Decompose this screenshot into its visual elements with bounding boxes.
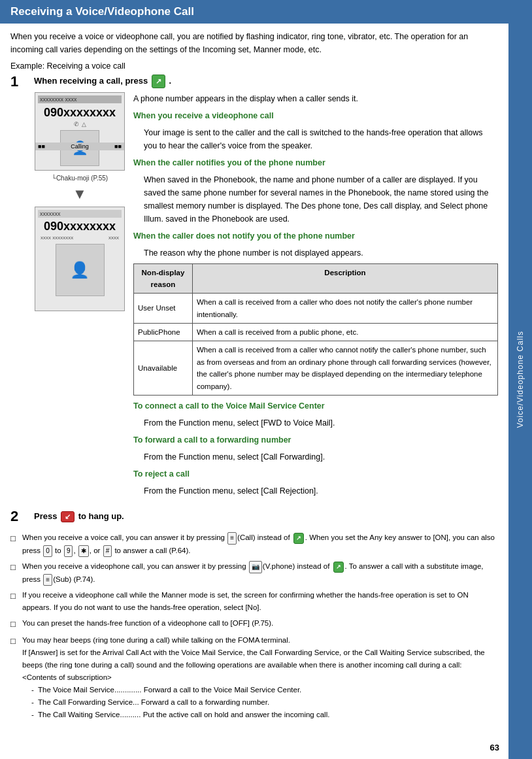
call-key-green-small2: ↗ <box>333 562 344 573</box>
note-3: □ If you receive a videophone call while… <box>10 589 498 614</box>
actions-section: To connect a call to the Voice Mail Serv… <box>133 399 498 498</box>
call-key-green-small: ↗ <box>293 533 304 544</box>
calling-text: Calling <box>71 143 89 150</box>
example-label: Example: Receiving a voice call <box>10 61 498 71</box>
end-key-icon: ↙ <box>61 511 75 522</box>
table-row: User UnsetWhen a call is received from a… <box>134 294 498 324</box>
chaku-label: └Chaku-moji (P.55) <box>52 175 108 182</box>
sidebar-label: Voice/Videophone Calls <box>516 331 525 428</box>
calling-right: ■■ <box>114 143 122 150</box>
calling-bar: ■■ Calling ■■ <box>35 143 124 150</box>
table-row: PublicPhoneWhen a call is received from … <box>134 324 498 341</box>
action-voicemail-heading: To connect a call to the Voice Mail Serv… <box>133 399 498 413</box>
table-cell-description: When a call is received from a public ph… <box>192 324 497 341</box>
note-1: □ When you receive a voice call, you can… <box>10 531 498 557</box>
step-2: 2 Press ↙ to hang up. <box>10 508 498 525</box>
step-1-title: When receiving a call, press ↗ . <box>34 75 498 88</box>
note-1-bullet: □ <box>10 531 18 557</box>
table-col1: Non-display reason <box>134 263 193 294</box>
note-4-text: You can preset the hands-free function o… <box>22 617 498 631</box>
desc-main: A phone number appears in the display wh… <box>133 92 498 105</box>
note-4: □ You can preset the hands-free function… <box>10 617 498 631</box>
section-videophone-heading: When you receive a videophone call <box>133 109 498 122</box>
action-voicemail-text: From the Function menu, select [FWD to V… <box>144 416 498 430</box>
note-2-text: When you receive a videophone call, you … <box>22 560 498 586</box>
table-cell-description: When a call is received from a caller wh… <box>192 341 497 396</box>
note-3-text: If you receive a videophone call while t… <box>22 589 498 614</box>
status-right: xxxx <box>108 235 119 241</box>
note-1-text: When you receive a voice call, you can a… <box>22 531 498 557</box>
note-5-sub-1: - The Voice Mail Service............. Fo… <box>31 686 301 694</box>
step-1-body: xxxxxxxx xxxx 090xxxxxxxx ✆ △ 👤 ■■ Calli… <box>34 92 498 502</box>
header-bar: Receiving a Voice/Videophone Call <box>0 0 532 24</box>
action-reject-text: From the Function menu, select [Call Rej… <box>144 484 498 498</box>
phone-screen-1: xxxxxxxx xxxx 090xxxxxxxx ✆ △ 👤 ■■ Calli… <box>35 92 125 171</box>
note-4-bullet: □ <box>10 617 18 631</box>
step-2-number: 2 <box>10 508 30 525</box>
phone-avatar-2: 👤 <box>56 244 105 296</box>
note-3-bullet: □ <box>10 589 18 614</box>
action-reject-heading: To reject a call <box>133 467 498 481</box>
sidebar: Voice/Videophone Calls <box>508 0 532 759</box>
step-1-title-prefix: When receiving a call, press <box>34 76 148 86</box>
section-videophone-text: Your image is sent to the caller and the… <box>144 126 498 152</box>
table-col2: Description <box>192 263 497 294</box>
action-forward-heading: To forward a call to a forwarding number <box>133 433 498 447</box>
key-9: 9 <box>64 545 73 558</box>
note-5-text: You may hear beeps (ring tone during a c… <box>22 634 498 721</box>
intro-text: When you receive a voice or videophone c… <box>10 30 498 56</box>
section-nonotify-heading: When the caller does not notify you of t… <box>133 229 498 243</box>
key-0: 0 <box>43 545 52 558</box>
non-display-table: Non-display reason Description User Unse… <box>133 263 498 396</box>
arrow-down-icon: ▼ <box>73 186 87 203</box>
page-title: Receiving a Voice/Videophone Call <box>10 5 194 18</box>
phone-topbar-2-text: xxxxxxx <box>40 211 61 217</box>
step-1: 1 When receiving a call, press ↗ . xxxxx… <box>10 75 498 501</box>
sub-key: ≡ <box>43 574 52 586</box>
key-hash: # <box>103 545 112 558</box>
phone-number-1: 090xxxxxxxx <box>44 106 116 120</box>
phone-topbar-1: xxxxxxxx xxxx <box>38 95 122 103</box>
section-nonotify-text: The reason why the phone number is not d… <box>144 246 498 260</box>
action-forward-text: From the Function menu, select [Call For… <box>144 450 498 464</box>
call-key-small: ≡ <box>227 532 237 545</box>
phone-icon-2: △ <box>82 121 86 127</box>
phone-images: xxxxxxxx xxxx 090xxxxxxxx ✆ △ 👤 ■■ Calli… <box>34 92 125 311</box>
table-cell-reason: PublicPhone <box>134 324 193 341</box>
call-key-icon: ↗ <box>152 75 165 88</box>
key-star: ✱ <box>78 545 89 558</box>
note-5-sub-3: - The Call Waiting Service.......... Put… <box>31 711 329 718</box>
section-notify-text: When saved in the Phonebook, the name an… <box>144 173 498 226</box>
note-5: □ You may hear beeps (ring tone during a… <box>10 634 498 721</box>
note-2: □ When you receive a videophone call, yo… <box>10 560 498 586</box>
step-1-description: A phone number appears in the display wh… <box>133 92 498 502</box>
calling-label: ■■ <box>38 143 45 150</box>
phone-screen-2: xxxxxxx 090xxxxxxxx xxxx xxxxxxxx xxxx 👤 <box>35 207 125 311</box>
page-number: 63 <box>490 743 499 752</box>
phone-number-2: 090xxxxxxxx <box>44 220 116 233</box>
note-5-sub-2: - The Call Forwarding Service... Forward… <box>31 698 269 706</box>
table-cell-reason: Unavailable <box>134 341 193 396</box>
phone-status-row: xxxx xxxxxxxx xxxx <box>38 234 122 241</box>
table-cell-description: When a call is received from a caller wh… <box>192 294 497 324</box>
notes-section: □ When you receive a voice call, you can… <box>10 531 498 721</box>
step-2-title: Press ↙ to hang up. <box>34 511 124 522</box>
table-cell-reason: User Unset <box>134 294 193 324</box>
phone-topbar-2: xxxxxxx <box>38 210 122 218</box>
status-left: xxxx xxxxxxxx <box>41 235 73 241</box>
note-5-bullet: □ <box>10 634 18 721</box>
phone-icon-1: ✆ <box>74 121 79 127</box>
vphone-key: 📷 <box>249 561 262 573</box>
note-2-bullet: □ <box>10 560 18 586</box>
step-1-number: 1 <box>10 75 30 89</box>
phone-topbar-1-text: xxxxxxxx xxxx <box>40 96 77 103</box>
step-1-content: When receiving a call, press ↗ . xxxxxxx… <box>34 75 498 501</box>
table-row: UnavailableWhen a call is received from … <box>134 341 498 396</box>
section-notify-heading: When the caller notifies you of the phon… <box>133 156 498 169</box>
step-1-title-suffix: . <box>169 76 171 86</box>
phone-icon-row-1: ✆ △ <box>74 121 86 127</box>
